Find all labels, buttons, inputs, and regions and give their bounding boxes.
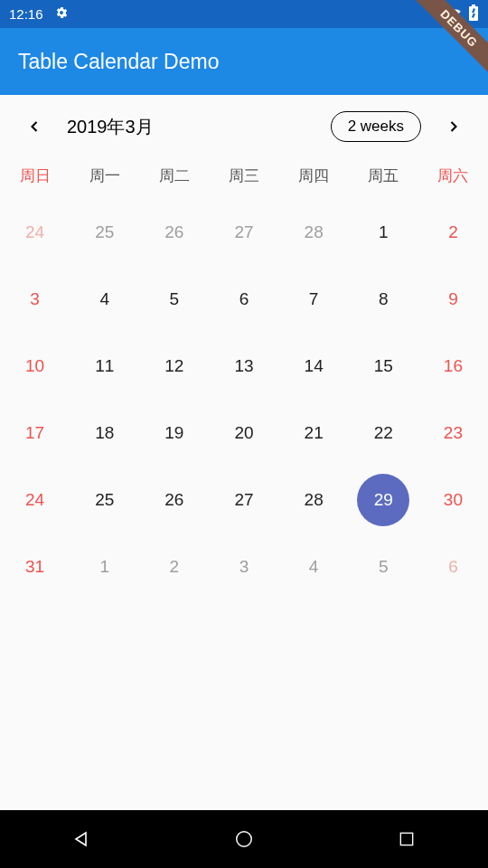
calendar-day-cell[interactable]: 27 — [209, 467, 278, 533]
calendar-day-cell[interactable]: 3 — [209, 533, 278, 600]
day-number: 27 — [234, 222, 253, 242]
day-number: 13 — [234, 356, 253, 376]
calendar-day-cell[interactable]: 4 — [70, 266, 139, 333]
calendar-day-cell[interactable]: 3 — [0, 266, 70, 333]
nav-recent-button[interactable] — [352, 816, 461, 862]
calendar-day-cell[interactable]: 25 — [70, 467, 139, 533]
calendar-week-row: 10111213141516 — [0, 333, 488, 400]
calendar-day-cell[interactable]: 26 — [139, 467, 209, 533]
day-number: 5 — [170, 289, 180, 309]
day-number: 9 — [448, 289, 458, 309]
day-number: 1 — [99, 557, 109, 577]
day-number: 28 — [305, 222, 324, 242]
day-of-week-header: 周六 — [418, 158, 488, 199]
calendar-day-cell[interactable]: 28 — [279, 467, 349, 533]
day-of-week-header: 周四 — [279, 158, 349, 199]
svg-rect-1 — [400, 833, 412, 844]
format-toggle-button[interactable]: 2 weeks — [331, 111, 421, 142]
calendar-day-cell[interactable]: 15 — [349, 333, 418, 400]
day-number: 15 — [374, 356, 393, 376]
calendar-day-cell[interactable]: 10 — [0, 333, 70, 400]
calendar-day-cell[interactable]: 14 — [279, 333, 349, 400]
calendar-day-cell[interactable]: 19 — [139, 400, 209, 467]
month-title: 2019年3月 — [67, 115, 154, 139]
svg-point-0 — [237, 832, 252, 847]
calendar-week-row: 17181920212223 — [0, 400, 488, 467]
app-bar: Table Calendar Demo — [0, 28, 488, 95]
calendar-day-cell[interactable]: 2 — [139, 533, 209, 600]
day-number: 31 — [25, 557, 44, 577]
day-number: 6 — [448, 557, 458, 577]
calendar-day-cell[interactable]: 23 — [418, 400, 488, 467]
calendar-day-cell[interactable]: 5 — [139, 266, 209, 333]
day-number: 8 — [379, 289, 389, 309]
day-number: 23 — [444, 423, 463, 443]
day-number: 24 — [25, 490, 44, 510]
nav-back-button[interactable] — [27, 816, 136, 862]
calendar-day-cell[interactable]: 21 — [279, 400, 349, 467]
day-number: 19 — [164, 423, 183, 443]
day-number: 2 — [170, 557, 180, 577]
calendar-day-cell[interactable]: 7 — [279, 266, 349, 333]
android-nav-bar — [0, 810, 488, 868]
calendar-day-cell[interactable]: 24 — [0, 199, 70, 266]
chevron-right-icon — [445, 118, 463, 136]
calendar-day-cell[interactable]: 25 — [70, 199, 139, 266]
calendar-grid: 周日周一周二周三周四周五周六 2425262728123456789101112… — [0, 158, 488, 600]
day-number: 20 — [234, 423, 253, 443]
calendar-day-cell[interactable]: 22 — [349, 400, 418, 467]
day-number: 3 — [239, 557, 249, 577]
day-number: 25 — [95, 222, 114, 242]
day-of-week-header: 周二 — [139, 158, 209, 199]
day-number: 10 — [25, 356, 44, 376]
nav-home-button[interactable] — [190, 816, 298, 862]
calendar-day-cell[interactable]: 26 — [139, 199, 209, 266]
day-number: 1 — [379, 222, 389, 242]
calendar-day-cell[interactable]: 24 — [0, 467, 70, 533]
chevron-left-icon — [25, 118, 43, 136]
calendar-day-cell[interactable]: 1 — [70, 533, 139, 600]
calendar-day-cell[interactable]: 2 — [418, 199, 488, 266]
calendar-header: 2019年3月 2 weeks — [0, 95, 488, 158]
day-number: 26 — [164, 222, 183, 242]
calendar-day-cell[interactable]: 9 — [418, 266, 488, 333]
calendar-day-cell[interactable]: 27 — [209, 199, 278, 266]
calendar-day-cell[interactable]: 4 — [279, 533, 349, 600]
day-number: 4 — [309, 557, 319, 577]
day-number: 22 — [374, 423, 393, 443]
day-number: 29 — [357, 474, 409, 526]
day-number: 18 — [95, 423, 114, 443]
calendar-day-cell[interactable]: 1 — [349, 199, 418, 266]
calendar-day-cell[interactable]: 28 — [279, 199, 349, 266]
next-month-button[interactable] — [436, 108, 472, 145]
day-number: 21 — [305, 423, 324, 443]
calendar-week-row: 31123456 — [0, 533, 488, 600]
calendar-day-cell[interactable]: 6 — [418, 533, 488, 600]
day-number: 12 — [164, 356, 183, 376]
calendar-week-row: 242526272812 — [0, 199, 488, 266]
calendar-day-cell[interactable]: 16 — [418, 333, 488, 400]
day-number: 2 — [448, 222, 458, 242]
calendar-day-cell[interactable]: 13 — [209, 333, 278, 400]
gear-icon — [54, 5, 69, 23]
calendar-day-cell[interactable]: 18 — [70, 400, 139, 467]
page-title: Table Calendar Demo — [18, 50, 219, 74]
calendar-day-cell[interactable]: 31 — [0, 533, 70, 600]
calendar-day-cell[interactable]: 8 — [349, 266, 418, 333]
calendar-day-cell[interactable]: 11 — [70, 333, 139, 400]
calendar-day-cell[interactable]: 12 — [139, 333, 209, 400]
prev-month-button[interactable] — [16, 108, 52, 145]
calendar-day-cell[interactable]: 17 — [0, 400, 70, 467]
triangle-back-icon — [70, 828, 92, 850]
square-recent-icon — [398, 830, 416, 848]
day-number: 28 — [305, 490, 324, 510]
calendar-day-cell[interactable]: 30 — [418, 467, 488, 533]
calendar-day-cell[interactable]: 6 — [209, 266, 278, 333]
calendar-day-cell[interactable]: 20 — [209, 400, 278, 467]
calendar-day-cell[interactable]: 29 — [349, 467, 418, 533]
calendar-day-cell[interactable]: 5 — [349, 533, 418, 600]
calendar-week-row: 3456789 — [0, 266, 488, 333]
calendar-week-row: 24252627282930 — [0, 467, 488, 533]
day-number: 6 — [239, 289, 249, 309]
day-number: 24 — [25, 222, 44, 242]
